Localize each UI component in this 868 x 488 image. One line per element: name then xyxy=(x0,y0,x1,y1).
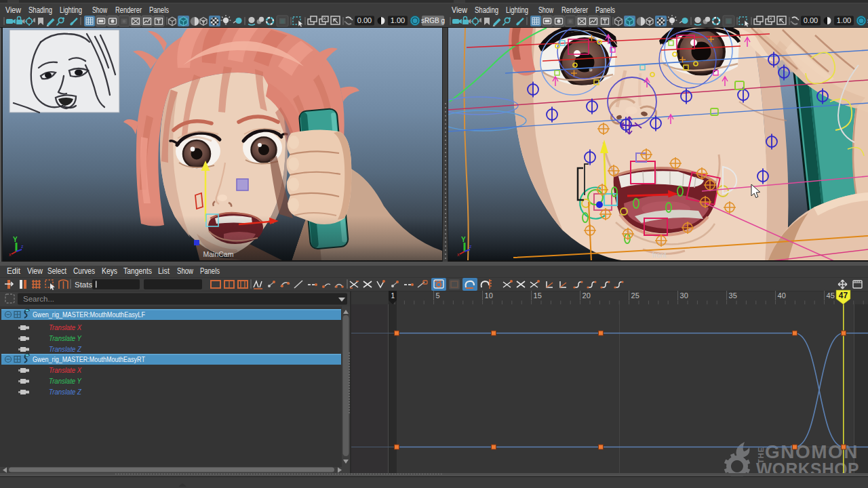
svg-text:Translate X: Translate X xyxy=(49,323,82,331)
svg-text:Edit: Edit xyxy=(7,266,21,276)
svg-text:Translate Y: Translate Y xyxy=(49,377,82,385)
svg-text:MainCam: MainCam xyxy=(203,250,234,258)
svg-text:Translate X: Translate X xyxy=(49,366,82,374)
svg-text:Panels: Panels xyxy=(149,5,169,15)
svg-text:Shading: Shading xyxy=(28,5,52,15)
svg-text:sRGB g: sRGB g xyxy=(421,17,445,24)
svg-text:Gwen_rig_MASTER:MouthMouthEasy: Gwen_rig_MASTER:MouthMouthEasyLF xyxy=(33,310,145,319)
svg-text:20: 20 xyxy=(583,291,591,300)
svg-text:Select: Select xyxy=(47,266,67,276)
svg-text:List: List xyxy=(158,266,170,276)
svg-text:Translate Y: Translate Y xyxy=(49,334,82,342)
svg-text:Renderer: Renderer xyxy=(561,5,588,15)
svg-text:front: front xyxy=(652,251,666,259)
svg-text:15: 15 xyxy=(534,291,542,300)
svg-text:z: z xyxy=(469,244,472,249)
svg-text:Translate Z: Translate Z xyxy=(49,345,82,353)
svg-text:Gwen_rig_MASTER:MouthMouthEasy: Gwen_rig_MASTER:MouthMouthEasyRT xyxy=(33,355,145,363)
svg-text:25: 25 xyxy=(631,291,639,300)
svg-text:1.00: 1.00 xyxy=(391,16,405,24)
svg-text:x: x xyxy=(457,252,460,257)
svg-text:View: View xyxy=(27,266,43,276)
svg-text:View: View xyxy=(452,5,467,15)
svg-text:x: x xyxy=(9,252,12,257)
svg-text:Search...: Search... xyxy=(23,295,54,303)
svg-text:Panels: Panels xyxy=(200,266,220,276)
svg-text:Keys: Keys xyxy=(102,266,117,276)
svg-text:Show: Show xyxy=(538,5,553,15)
svg-text:1.00: 1.00 xyxy=(837,16,851,24)
svg-text:Y: Y xyxy=(461,236,466,243)
svg-text:View: View xyxy=(5,5,21,15)
svg-text:Renderer: Renderer xyxy=(115,5,142,15)
svg-text:Show: Show xyxy=(92,5,107,15)
svg-text:35: 35 xyxy=(729,291,737,300)
svg-text:Shading: Shading xyxy=(475,5,498,15)
svg-text:Panels: Panels xyxy=(595,5,615,15)
svg-text:Stats: Stats xyxy=(75,281,92,289)
svg-text:40: 40 xyxy=(778,291,786,300)
svg-text:5: 5 xyxy=(436,291,440,300)
svg-text:Curves: Curves xyxy=(73,266,95,276)
svg-text:z: z xyxy=(21,244,24,249)
svg-text:Translate Z: Translate Z xyxy=(49,388,82,396)
svg-text:47: 47 xyxy=(839,291,848,300)
svg-text:Lighting: Lighting xyxy=(506,5,528,15)
svg-text:Y: Y xyxy=(13,236,18,243)
svg-text:0.00: 0.00 xyxy=(804,16,818,24)
svg-text:10: 10 xyxy=(485,291,493,300)
svg-text:Show: Show xyxy=(177,266,193,276)
svg-text:Tangents: Tangents xyxy=(123,266,152,276)
svg-text:Lighting: Lighting xyxy=(60,5,82,15)
svg-text:1: 1 xyxy=(391,292,395,300)
svg-text:30: 30 xyxy=(680,291,688,300)
svg-text:45: 45 xyxy=(827,291,835,300)
svg-text:0.00: 0.00 xyxy=(357,16,372,24)
